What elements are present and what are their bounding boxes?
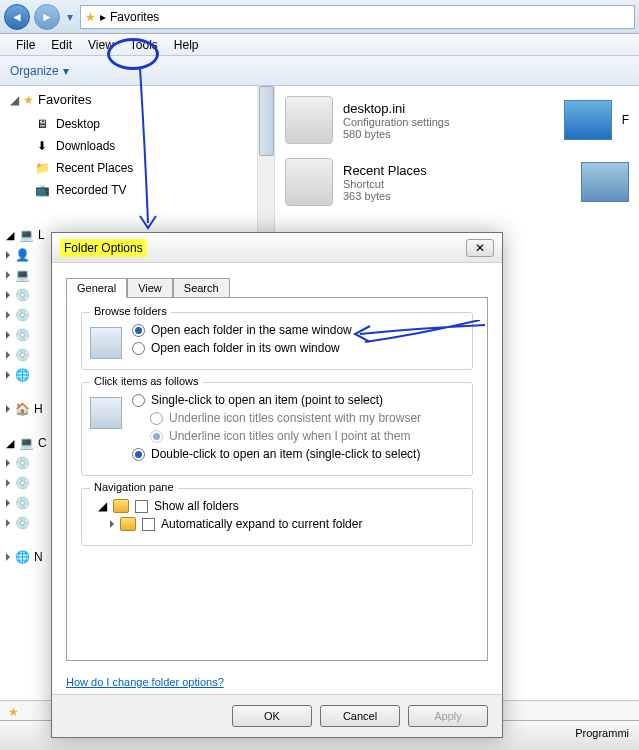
- group-legend: Browse folders: [90, 305, 171, 317]
- radio-label: Underline icon titles only when I point …: [169, 429, 410, 443]
- tab-panel-general: Browse folders Open each folder in the s…: [66, 297, 488, 661]
- address-bar[interactable]: ★ ▸ Favorites: [80, 5, 635, 29]
- group-browse-folders: Browse folders Open each folder in the s…: [81, 312, 473, 370]
- menu-view[interactable]: View: [80, 36, 122, 54]
- back-button[interactable]: ◄: [4, 4, 30, 30]
- desktop-icon: 🖥: [34, 116, 50, 132]
- command-bar: Organize▾: [0, 56, 639, 86]
- cancel-button[interactable]: Cancel: [320, 705, 400, 727]
- checkbox-auto-expand[interactable]: [142, 518, 155, 531]
- history-dropdown[interactable]: ▾: [64, 7, 76, 27]
- checkbox-label: Automatically expand to current folder: [161, 517, 362, 531]
- browse-icon: [90, 327, 122, 359]
- taskbar-item[interactable]: Programmi: [575, 727, 629, 739]
- folder-options-dialog: Folder Options ✕ General View Search Bro…: [51, 232, 503, 738]
- sidebar-item[interactable]: 📁Recent Places: [0, 157, 274, 179]
- radio-label: Double-click to open an item (single-cli…: [151, 447, 420, 461]
- checkbox-show-all[interactable]: [135, 500, 148, 513]
- checkbox-label: Show all folders: [154, 499, 239, 513]
- tab-strip: General View Search: [52, 263, 502, 297]
- star-icon: ★: [23, 93, 34, 107]
- radio-label: Open each folder in the same window: [151, 323, 352, 337]
- sidebar-item[interactable]: 📺Recorded TV: [0, 179, 274, 201]
- dialog-buttons: OK Cancel Apply: [52, 694, 502, 737]
- organize-button[interactable]: Organize▾: [10, 64, 69, 78]
- menu-file[interactable]: File: [8, 36, 43, 54]
- radio-single-click[interactable]: [132, 394, 145, 407]
- sidebar-favorites-header[interactable]: ◢★ Favorites: [0, 86, 274, 113]
- group-legend: Navigation pane: [90, 481, 178, 493]
- breadcrumb-location[interactable]: Favorites: [110, 10, 159, 24]
- group-legend: Click items as follows: [90, 375, 203, 387]
- folder-icon: [113, 499, 129, 513]
- tab-view[interactable]: View: [127, 278, 173, 298]
- breadcrumb-sep: ▸: [100, 10, 106, 24]
- file-item[interactable]: Recent Places Shortcut 363 bytes: [285, 158, 629, 206]
- recorded-tv-icon: 📺: [34, 182, 50, 198]
- radio-label: Single-click to open an item (point to s…: [151, 393, 383, 407]
- radio-label: Underline icon titles consistent with my…: [169, 411, 421, 425]
- tab-search[interactable]: Search: [173, 278, 230, 298]
- forward-button[interactable]: ►: [34, 4, 60, 30]
- file-item[interactable]: desktop.ini Configuration settings 580 b…: [285, 96, 629, 144]
- recent-places-icon: 📁: [34, 160, 50, 176]
- sidebar-item[interactable]: ⬇Downloads: [0, 135, 274, 157]
- ok-button[interactable]: OK: [232, 705, 312, 727]
- group-nav-pane: Navigation pane ◢ Show all folders Autom…: [81, 488, 473, 546]
- downloads-icon: ⬇: [34, 138, 50, 154]
- star-icon: ★: [8, 705, 19, 719]
- thumbnail: [581, 162, 629, 202]
- thumbnail: [564, 100, 612, 140]
- sidebar-item[interactable]: 🖥Desktop: [0, 113, 274, 135]
- menu-help[interactable]: Help: [166, 36, 207, 54]
- help-link[interactable]: How do I change folder options?: [66, 676, 224, 688]
- radio-underline-point: [150, 430, 163, 443]
- radio-same-window[interactable]: [132, 324, 145, 337]
- menu-tools[interactable]: Tools: [122, 36, 166, 54]
- radio-own-window[interactable]: [132, 342, 145, 355]
- folder-icon: [120, 517, 136, 531]
- click-icon: [90, 397, 122, 429]
- dialog-titlebar[interactable]: Folder Options ✕: [52, 233, 502, 263]
- nav-bar: ◄ ► ▾ ★ ▸ Favorites: [0, 0, 639, 34]
- menu-bar: File Edit View Tools Help: [0, 34, 639, 56]
- close-button[interactable]: ✕: [466, 239, 494, 257]
- group-click-items: Click items as follows Single-click to o…: [81, 382, 473, 476]
- scrollbar-thumb[interactable]: [259, 86, 274, 156]
- file-label: F: [622, 113, 629, 127]
- shortcut-icon: [285, 158, 333, 206]
- menu-edit[interactable]: Edit: [43, 36, 80, 54]
- ini-file-icon: [285, 96, 333, 144]
- radio-label: Open each folder in its own window: [151, 341, 340, 355]
- favorites-icon: ★: [85, 10, 96, 24]
- dialog-title: Folder Options: [60, 239, 147, 257]
- radio-double-click[interactable]: [132, 448, 145, 461]
- radio-underline-browser: [150, 412, 163, 425]
- tab-general[interactable]: General: [66, 278, 127, 298]
- apply-button[interactable]: Apply: [408, 705, 488, 727]
